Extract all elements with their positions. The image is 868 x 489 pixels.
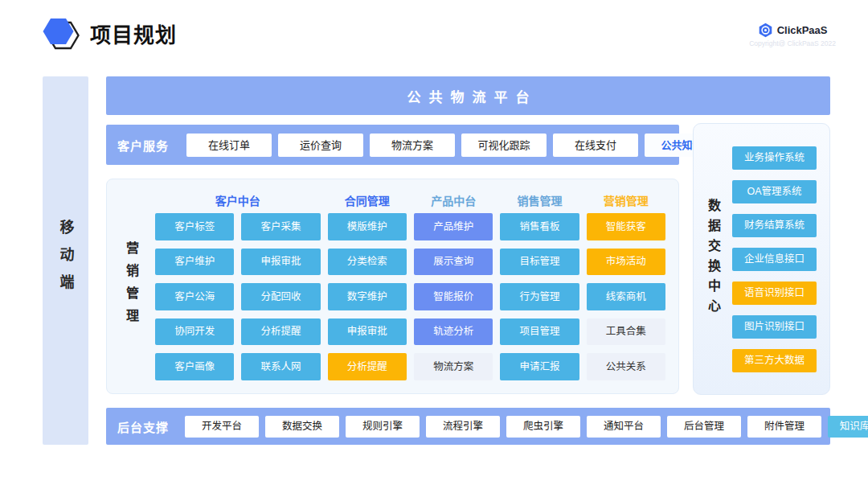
module-chip[interactable]: 数字维护 bbox=[328, 283, 407, 310]
support-button[interactable]: 知识库管理 bbox=[828, 416, 868, 438]
data-exchange-panel: 数据交换中心 业务操作系统OA管理系统财务结算系统企业信息接口语音识别接口图片识… bbox=[693, 123, 830, 395]
service-button[interactable]: 在线支付 bbox=[553, 134, 638, 157]
module-chip[interactable]: 展示查询 bbox=[414, 249, 493, 276]
customer-service-buttons: 在线订单运价查询物流方案可视化跟踪在线支付公共知识库 bbox=[186, 134, 730, 157]
grid-column-header: 营销管理 bbox=[587, 192, 665, 208]
support-button[interactable]: 后台管理 bbox=[667, 416, 741, 438]
module-chip[interactable]: 分析提醒 bbox=[328, 353, 407, 380]
module-chip[interactable]: 项目管理 bbox=[500, 318, 579, 346]
grid-column-header: 产品中台 bbox=[414, 192, 493, 208]
module-chip[interactable]: 分析提醒 bbox=[241, 318, 320, 346]
clickpaas-logo-icon bbox=[758, 23, 773, 38]
brand-block: ClickPaaS Copyright@ ClickPaaS 2022 bbox=[749, 23, 836, 47]
system-chip[interactable]: 图片识别接口 bbox=[732, 315, 817, 339]
service-button[interactable]: 可视化跟踪 bbox=[461, 134, 547, 157]
service-button[interactable]: 运价查询 bbox=[278, 134, 363, 157]
grid-column-header: 合同管理 bbox=[328, 192, 407, 208]
brand-copyright: Copyright@ ClickPaaS 2022 bbox=[749, 39, 836, 47]
brand-name: ClickPaaS bbox=[777, 24, 828, 36]
page-header: 项目规划 bbox=[42, 14, 177, 51]
module-chip[interactable]: 工具合集 bbox=[587, 318, 665, 346]
logistics-platform-banner: 公共物流平台 bbox=[106, 76, 830, 115]
project-planning-page: 项目规划 ClickPaaS Copyright@ ClickPaaS 2022… bbox=[0, 0, 868, 489]
mobile-side-bar-label: 移动端 bbox=[55, 220, 76, 302]
support-button[interactable]: 数据交换 bbox=[265, 416, 339, 438]
page-title: 项目规划 bbox=[90, 18, 177, 48]
grid-module-cells: 客户标签客户采集模版维护产品维护销售看板智能获客客户维护申报审批分类检索展示查询… bbox=[155, 213, 665, 380]
marketing-side-label-wrap: 营销管理 bbox=[107, 179, 155, 393]
module-chip[interactable]: 客户标签 bbox=[155, 213, 234, 240]
service-button[interactable]: 物流方案 bbox=[370, 134, 455, 157]
system-chip[interactable]: 企业信息接口 bbox=[732, 248, 817, 271]
module-chip[interactable]: 模版维护 bbox=[328, 213, 407, 240]
system-chip[interactable]: 第三方大数据 bbox=[732, 349, 817, 372]
support-button[interactable]: 通知平台 bbox=[587, 416, 661, 438]
backend-support-label: 后台支撑 bbox=[117, 418, 169, 435]
backend-support-bar: 后台支撑 开发平台数据交换规则引擎流程引擎爬虫引擎通知平台后台管理附件管理知识库… bbox=[106, 408, 830, 445]
module-chip[interactable]: 客户采集 bbox=[241, 213, 320, 240]
support-button[interactable]: 附件管理 bbox=[747, 416, 821, 438]
module-chip[interactable]: 线索商机 bbox=[587, 283, 665, 310]
system-chip[interactable]: OA管理系统 bbox=[732, 180, 817, 203]
system-chip[interactable]: 业务操作系统 bbox=[732, 146, 817, 170]
marketing-side-label: 营销管理 bbox=[121, 241, 141, 331]
module-chip[interactable]: 协同开发 bbox=[155, 318, 234, 346]
module-chip[interactable]: 市场活动 bbox=[587, 249, 665, 276]
module-chip[interactable]: 目标管理 bbox=[500, 249, 579, 276]
customer-service-bar: 客户服务 在线订单运价查询物流方案可视化跟踪在线支付公共知识库 bbox=[106, 125, 679, 165]
module-chip[interactable]: 申报审批 bbox=[328, 318, 407, 346]
service-button[interactable]: 在线订单 bbox=[186, 134, 272, 157]
system-chip[interactable]: 语音识别接口 bbox=[732, 281, 817, 305]
module-chip[interactable]: 客户公海 bbox=[155, 283, 234, 310]
module-chip[interactable]: 公共关系 bbox=[587, 353, 665, 380]
module-chip[interactable]: 客户画像 bbox=[155, 353, 234, 380]
module-chip[interactable]: 智能获客 bbox=[587, 213, 665, 240]
module-chip[interactable]: 销售看板 bbox=[500, 213, 579, 240]
hexagon-logo-icon bbox=[42, 14, 80, 51]
mobile-side-bar: 移动端 bbox=[43, 76, 88, 445]
module-chip[interactable]: 分类检索 bbox=[328, 249, 407, 276]
support-button[interactable]: 爬虫引擎 bbox=[506, 416, 580, 438]
customer-service-label: 客户服务 bbox=[117, 137, 169, 154]
grid-column-headers: 客户中台合同管理产品中台销售管理营销管理 bbox=[155, 187, 665, 213]
module-chip[interactable]: 行为管理 bbox=[500, 283, 579, 310]
module-chip[interactable]: 轨迹分析 bbox=[414, 318, 493, 346]
marketing-grid-card: 营销管理 客户中台合同管理产品中台销售管理营销管理 客户标签客户采集模版维护产品… bbox=[106, 179, 679, 394]
logistics-platform-banner-label: 公共物流平台 bbox=[399, 86, 538, 106]
module-chip[interactable]: 分配回收 bbox=[241, 283, 320, 310]
module-chip[interactable]: 产品维护 bbox=[414, 213, 493, 240]
support-button[interactable]: 流程引擎 bbox=[426, 416, 500, 438]
data-exchange-items: 业务操作系统OA管理系统财务结算系统企业信息接口语音识别接口图片识别接口第三方大… bbox=[732, 124, 829, 394]
support-button[interactable]: 开发平台 bbox=[185, 416, 259, 438]
grid-column-header: 销售管理 bbox=[500, 192, 579, 208]
module-chip[interactable]: 联系人网 bbox=[241, 353, 320, 380]
data-exchange-label: 数据交换中心 bbox=[703, 199, 723, 319]
module-chip[interactable]: 智能报价 bbox=[414, 283, 493, 310]
grid-column-header: 客户中台 bbox=[155, 192, 321, 208]
module-chip[interactable]: 物流方案 bbox=[414, 353, 493, 380]
system-chip[interactable]: 财务结算系统 bbox=[732, 214, 817, 237]
support-button[interactable]: 规则引擎 bbox=[346, 416, 420, 438]
data-exchange-label-wrap: 数据交换中心 bbox=[694, 124, 732, 394]
backend-support-buttons: 开发平台数据交换规则引擎流程引擎爬虫引擎通知平台后台管理附件管理知识库管理 bbox=[185, 416, 868, 438]
module-chip[interactable]: 客户维护 bbox=[155, 249, 234, 276]
module-chip[interactable]: 申报审批 bbox=[241, 249, 320, 276]
module-chip[interactable]: 申请汇报 bbox=[500, 353, 579, 380]
marketing-grid-main: 客户中台合同管理产品中台销售管理营销管理 客户标签客户采集模版维护产品维护销售看… bbox=[155, 179, 678, 393]
